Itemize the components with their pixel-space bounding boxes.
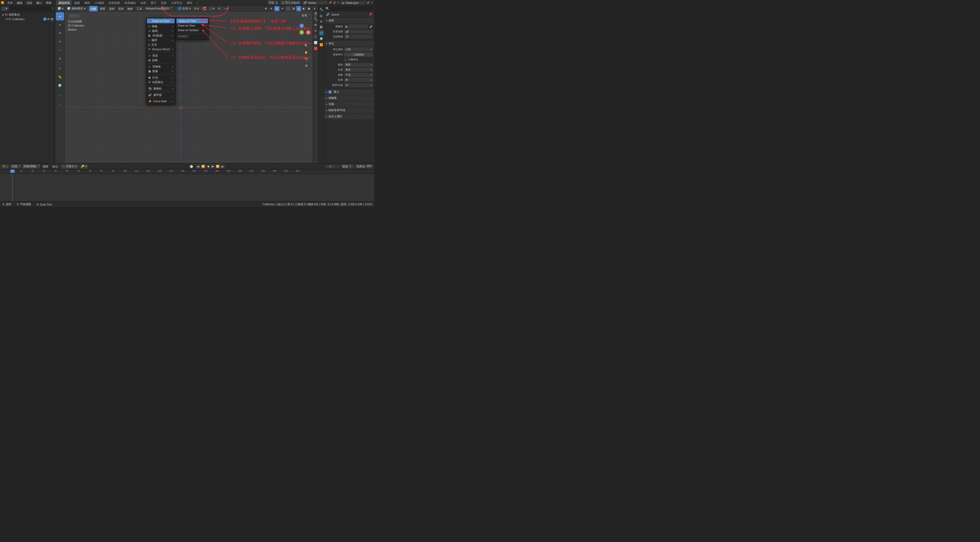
scene-selector[interactable]: 🔗Scene: [302, 1, 328, 5]
length-unit-select[interactable]: 厘米: [344, 68, 373, 72]
shading-solid-icon[interactable]: ●: [296, 6, 301, 11]
unit-scale-field[interactable]: 1.000000: [344, 52, 373, 57]
create-item-lattice[interactable]: ⊞晶格: [146, 58, 175, 62]
gizmo-menu-icon[interactable]: ▾: [269, 6, 274, 11]
workspace-tab-layout[interactable]: 基础布局: [56, 0, 72, 5]
prev-key-icon[interactable]: ⏪: [201, 164, 205, 169]
shading-menu-icon[interactable]: ▾: [312, 6, 317, 11]
vp-menu-object[interactable]: 物体: [126, 6, 135, 11]
jump-start-icon[interactable]: ⏮: [196, 164, 200, 169]
workspace-tab-geonodes[interactable]: 几何节点: [169, 0, 184, 5]
create-item-curve[interactable]: ⊃曲线▸: [146, 29, 175, 33]
keying-dropdown[interactable]: 抠像(插帧): [22, 164, 40, 168]
vp-menu-view[interactable]: 视图: [98, 6, 107, 11]
playhead-line[interactable]: [12, 174, 13, 201]
create-item-metaball[interactable]: ○融球▸: [146, 38, 175, 42]
vp-menu-tool[interactable]: 工具: [135, 6, 144, 11]
viewport-options-dropdown[interactable]: 选项: [300, 13, 310, 17]
tree-row-collection[interactable]: ▾ 🗀 Collection 👁 📷: [1, 17, 54, 21]
time-unit-select[interactable]: 秒: [344, 78, 373, 82]
end-frame-field[interactable]: 结束点250: [355, 164, 373, 168]
tool-annotate[interactable]: ✎: [56, 65, 64, 73]
overlays-menu-icon[interactable]: ▾: [280, 6, 285, 11]
visibility-icon[interactable]: 👁: [47, 17, 50, 21]
overlays-toggle-icon[interactable]: ⊚: [274, 6, 280, 11]
play-icon[interactable]: ▶: [210, 164, 215, 169]
create-menu-selected[interactable]: Draw on Floor: [147, 19, 175, 23]
blender-logo-icon[interactable]: 🟠: [0, 1, 5, 4]
scene-pin-icon[interactable]: 📌: [328, 1, 332, 4]
timeline-ruler[interactable]: 2 10203040506070809010011012013014015016…: [0, 170, 374, 174]
ptab-render-icon[interactable]: 📺: [319, 13, 324, 18]
npanel-tab-n[interactable]: 📊: [314, 41, 318, 47]
shading-render-icon[interactable]: ◉: [307, 6, 312, 11]
create-item-mesh[interactable]: ▽网格▸: [146, 24, 175, 29]
workspace-tab-uv[interactable]: UV编辑: [93, 0, 106, 5]
jump-end-icon[interactable]: ⏭: [220, 164, 225, 169]
npanel-tab-misc[interactable]: 🟥: [314, 47, 318, 52]
tool-extra1[interactable]: 〰: [56, 92, 64, 100]
npanel-tab-create[interactable]: ➕: [314, 35, 318, 41]
create-item-armature[interactable]: ☆骨架▸: [146, 53, 175, 58]
rotation-unit-select[interactable]: 角度: [344, 63, 373, 67]
pin-icon[interactable]: 📌: [369, 13, 372, 16]
timeline-marker-menu[interactable]: 标记: [51, 164, 59, 169]
jump-current-icon[interactable]: ⏲: [337, 165, 339, 168]
scene-del-icon[interactable]: ✕: [337, 1, 339, 4]
tool-rotate[interactable]: ⟲: [56, 38, 64, 46]
cursor-3d-icon[interactable]: [179, 106, 183, 109]
workspace-tab-texpaint[interactable]: 绘制贴图: [107, 0, 122, 5]
props-search[interactable]: [329, 6, 373, 11]
separate-units-checkbox[interactable]: [344, 58, 347, 61]
panel-audio-head[interactable]: 音频⋮⋮: [324, 101, 374, 107]
temp-unit-select[interactable]: 开: [344, 83, 373, 87]
workspace-tab-script[interactable]: 脚本: [185, 0, 194, 5]
editor-type-icon[interactable]: 🧊 ▾: [56, 6, 65, 11]
workspace-tab-shading[interactable]: 材质编辑: [123, 0, 138, 5]
unit-system-select[interactable]: 公制: [344, 48, 373, 51]
create-item-gpencil[interactable]: ✎Greace Pencil▸: [146, 47, 175, 51]
pan-icon[interactable]: ✋: [304, 49, 309, 55]
bezier-dropdown[interactable]: 〰 贝塞尔 ▾: [60, 164, 78, 169]
shading-wire-icon[interactable]: ⊞: [291, 6, 296, 11]
tool-extra2[interactable]: ⌣: [56, 100, 64, 108]
autokey-toggle[interactable]: ⬤: [189, 164, 194, 169]
timeline-editor-icon[interactable]: ⏱ ▾: [1, 164, 9, 169]
tree-row-scene-collection[interactable]: ▸ 🗀 场景集合: [1, 12, 54, 17]
tool-cursor[interactable]: ⊕: [56, 21, 64, 29]
render-icon[interactable]: 📷: [50, 17, 54, 21]
workspace-add-button[interactable]: +: [195, 1, 199, 4]
next-key-icon[interactable]: ⏩: [215, 164, 220, 169]
create-item-camera[interactable]: 📷摄像机▸: [146, 86, 175, 91]
create-item-forcefield[interactable]: ⚡Force field▸: [146, 99, 175, 103]
timeline-body[interactable]: [0, 174, 374, 201]
panel-rigidbody-head[interactable]: 刚体世界环境⋮⋮: [324, 107, 374, 113]
outliner-mode-icon[interactable]: ⬚ ▾: [1, 6, 9, 11]
create-item-surface[interactable]: ◐表(曲)面▸: [146, 33, 175, 38]
viewlayer-new-icon[interactable]: 🗐: [367, 1, 369, 4]
tool-scale[interactable]: ⤢: [56, 46, 64, 54]
tool-select-box[interactable]: ▭: [56, 12, 64, 21]
ptab-tool-icon[interactable]: 🔧: [319, 6, 324, 12]
gravity-checkbox[interactable]: [328, 90, 331, 94]
exclude-checkbox[interactable]: [43, 17, 46, 21]
mass-unit-select[interactable]: 千克: [344, 73, 373, 77]
submenu-draw-floor[interactable]: Draw on Floor: [177, 19, 208, 23]
tool-transform[interactable]: ◈: [56, 54, 64, 62]
workspace-tab-anim[interactable]: 动画: [138, 0, 148, 5]
npanel-tab-view[interactable]: 👁: [314, 24, 317, 29]
ptab-world-icon[interactable]: 🌍: [319, 36, 324, 41]
npanel-tab-item[interactable]: ⚙: [314, 12, 317, 17]
menu-help[interactable]: 帮助: [44, 0, 54, 6]
ptab-object-icon[interactable]: 🟧: [319, 42, 324, 48]
menu-render[interactable]: 渲染: [24, 0, 34, 6]
workspace-tab-modeling[interactable]: 建模: [72, 0, 82, 5]
menu-file[interactable]: 文件: [5, 0, 15, 6]
prop-camera-field[interactable]: ■: [344, 24, 368, 29]
start-frame-field[interactable]: 起始1: [340, 164, 354, 168]
workspace-tab-sculpt[interactable]: 雕刻: [83, 0, 92, 5]
tool-add-cube[interactable]: 🧊: [56, 81, 64, 89]
timeline-view-menu[interactable]: 视图: [41, 164, 50, 169]
menu-window[interactable]: 窗口: [34, 0, 44, 6]
playhead-label[interactable]: 2: [10, 170, 15, 173]
